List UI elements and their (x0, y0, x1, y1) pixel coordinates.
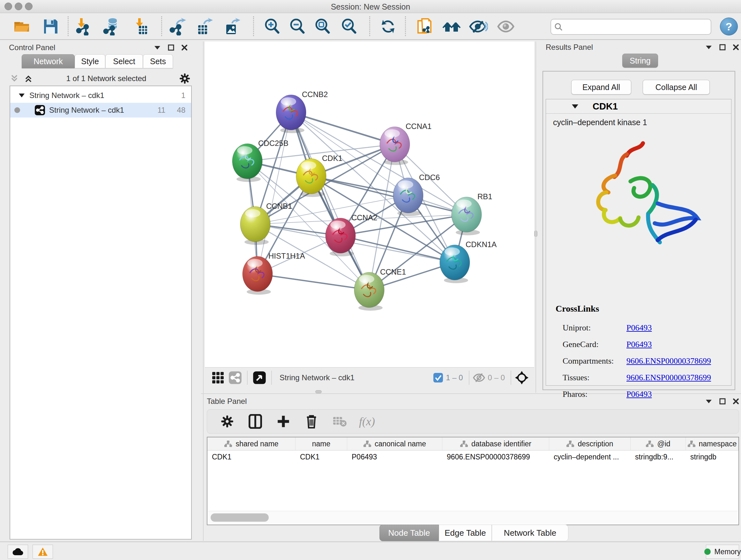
column-header-@id[interactable]: @id (630, 437, 686, 450)
network-node-CCNA1[interactable]: CCNA1 (380, 122, 431, 165)
show-navigator-button[interactable] (441, 16, 462, 37)
help-button[interactable]: ? (720, 17, 738, 36)
column-header-database-identifier[interactable]: database identifier (442, 437, 549, 450)
zoom-fit-button[interactable] (312, 16, 333, 37)
tab-style[interactable]: Style (75, 54, 105, 68)
panel-close-icon[interactable] (733, 398, 739, 405)
collection-expand-icon[interactable] (18, 93, 25, 98)
panel-menu-icon[interactable] (705, 399, 712, 403)
tab-node-table[interactable]: Node Table (380, 524, 439, 541)
show-graphics-details-button[interactable] (495, 16, 516, 37)
grid-view-icon[interactable] (209, 369, 226, 386)
table-cell[interactable]: 9606.ENSP00000378699 (442, 450, 549, 463)
search-input[interactable] (566, 20, 711, 33)
network-node-RB1[interactable]: RB1 (452, 192, 492, 235)
panel-close-icon[interactable] (733, 44, 739, 51)
collapse-all-button[interactable]: Collapse All (643, 80, 710, 95)
splitter-grip[interactable] (315, 390, 322, 393)
detach-view-icon[interactable] (251, 369, 268, 386)
memory-button[interactable]: Memory (706, 545, 739, 559)
table-cell[interactable]: stringdb:9... (630, 450, 686, 463)
clone-network-button[interactable] (414, 16, 435, 37)
protein-card-header[interactable]: CDK1 (546, 99, 731, 114)
scrollbar-thumb[interactable] (211, 513, 269, 522)
panel-close-icon[interactable] (181, 44, 188, 51)
create-column-icon[interactable] (275, 413, 292, 430)
expand-all-networks-icon[interactable] (23, 74, 33, 83)
network-node-CCNB1[interactable]: CCNB1 (240, 202, 292, 245)
collapse-all-networks-icon[interactable] (10, 74, 19, 83)
tab-edge-table[interactable]: Edge Table (439, 524, 492, 541)
export-network-button[interactable] (167, 16, 188, 37)
panel-menu-icon[interactable] (154, 45, 161, 50)
network-node-CDKN1A[interactable]: CDKN1A (440, 240, 496, 283)
hidden-eye-icon[interactable] (473, 373, 485, 383)
warnings-button[interactable] (32, 545, 53, 559)
column-header-canonical-name[interactable]: canonical name (347, 437, 442, 450)
import-network-database-button[interactable] (102, 16, 123, 37)
column-header-description[interactable]: description (549, 437, 630, 450)
crosslink-link[interactable]: P06493 (626, 323, 652, 333)
delete-column-icon[interactable] (303, 413, 320, 430)
network-node-CCNB2[interactable]: CCNB2 (276, 90, 328, 133)
tab-network[interactable]: Network (22, 54, 75, 68)
collapse-section-icon[interactable] (571, 104, 579, 109)
tab-string[interactable]: String (622, 54, 658, 68)
column-header-name[interactable]: name (295, 437, 347, 450)
tab-network-table[interactable]: Network Table (492, 524, 568, 541)
table-cell[interactable]: stringdb (686, 450, 738, 463)
network-row[interactable]: String Network – cdk1 11 48 (10, 103, 191, 118)
table-cell[interactable]: cyclin–dependent ... (549, 450, 630, 463)
network-options-gear-icon[interactable] (179, 73, 190, 84)
export-table-button[interactable] (194, 16, 215, 37)
table-cell[interactable]: CDK1 (295, 450, 347, 463)
import-table-button[interactable] (131, 16, 152, 37)
panel-menu-icon[interactable] (705, 45, 712, 50)
delete-table-icon[interactable] (331, 413, 348, 430)
horizontal-scrollbar[interactable] (208, 511, 738, 524)
export-image-button[interactable] (221, 16, 243, 37)
network-node-HIST1H1A[interactable]: HIST1H1A (243, 252, 305, 295)
table-options-gear-icon[interactable] (219, 413, 236, 430)
column-header-namespace[interactable]: namespace (686, 437, 738, 450)
crosslink-link[interactable]: 9606.ENSP00000378699 (626, 373, 711, 382)
panel-float-icon[interactable] (168, 44, 174, 51)
column-header-shared-name[interactable]: shared name (207, 437, 295, 450)
tab-sets[interactable]: Sets (143, 54, 173, 68)
panel-float-icon[interactable] (719, 398, 726, 405)
show-columns-icon[interactable] (247, 413, 264, 430)
network-edge[interactable] (258, 274, 369, 290)
hide-graphics-details-button[interactable] (468, 16, 489, 37)
network-collection-row[interactable]: String Network – cdk1 1 (10, 88, 191, 103)
network-share-gray-icon[interactable] (226, 369, 244, 386)
selected-checkbox-icon[interactable] (433, 373, 443, 383)
network-edge[interactable] (291, 112, 369, 290)
zoom-selected-button[interactable] (339, 16, 360, 37)
expand-all-button[interactable]: Expand All (571, 80, 631, 95)
open-session-button[interactable] (11, 16, 32, 37)
crosslink-link[interactable]: 9606.ENSP00000378699 (626, 356, 711, 366)
crosslink-link[interactable]: P06493 (626, 340, 652, 349)
zoom-out-button[interactable] (287, 16, 308, 37)
network-canvas[interactable]: CCNB2CCNA1CDC25BCDK1CDC6RB1CCNB1CCNA2CDK… (205, 42, 534, 367)
network-edge[interactable] (291, 112, 395, 144)
protein-description: cyclin–dependent kinase 1 (553, 118, 647, 127)
panel-divider[interactable] (203, 42, 204, 541)
import-network-file-button[interactable] (73, 16, 94, 37)
table-row[interactable]: CDK1CDK1P064939606.ENSP00000378699cyclin… (207, 450, 738, 463)
fit-selected-crosshair-icon[interactable] (515, 370, 529, 385)
function-builder-icon[interactable]: f(x) (359, 413, 375, 430)
apply-layout-button[interactable] (378, 16, 399, 37)
network-edge[interactable] (258, 112, 291, 274)
table-cell[interactable]: CDK1 (207, 450, 295, 463)
cloud-status-button[interactable] (8, 545, 28, 559)
tab-select[interactable]: Select (105, 54, 143, 68)
zoom-in-button[interactable] (262, 16, 283, 37)
network-edge[interactable] (340, 236, 455, 262)
panel-float-icon[interactable] (719, 44, 726, 51)
network-selection-text: 1 of 1 Network selected (33, 74, 179, 83)
table-cell[interactable]: P06493 (347, 450, 442, 463)
network-node-CDC25B[interactable]: CDC25B (232, 139, 288, 182)
panel-divider[interactable] (536, 42, 536, 393)
save-session-button[interactable] (40, 16, 61, 37)
